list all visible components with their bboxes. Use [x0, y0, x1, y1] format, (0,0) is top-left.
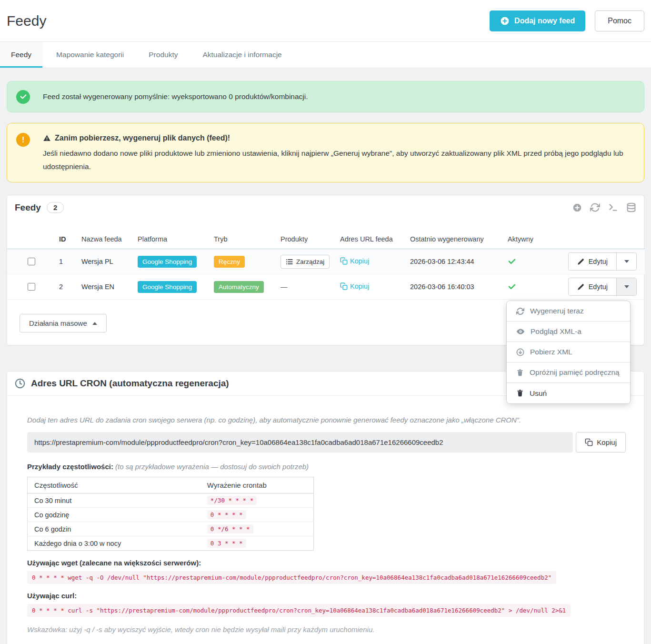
platform-badge: Google Shopping	[138, 281, 197, 293]
column-platform: Platforma	[131, 220, 207, 249]
copy-icon	[585, 438, 593, 446]
warning-title: Zanim pobierzesz, wygeneruj plik danych …	[55, 134, 230, 142]
edit-button[interactable]: Edytuj	[569, 253, 616, 270]
mode-badge: Ręczny	[214, 256, 245, 268]
menu-item-download-xml[interactable]: Pobierz XML	[507, 342, 630, 362]
chevron-down-icon	[624, 285, 629, 288]
copy-icon	[340, 257, 348, 265]
chevron-down-icon	[624, 260, 629, 263]
active-check-icon	[508, 257, 544, 266]
products-empty: —	[280, 283, 288, 291]
column-frequency: Częstotliwość	[28, 477, 200, 493]
curl-command: 0 * * * * curl -s "https://prestapremium…	[27, 604, 571, 617]
menu-item-clear-cache[interactable]: Opróżnij pamięć podręczną	[507, 362, 630, 383]
table-row-feed-1: 1 Wersja PL Google Shopping Ręczny Zarzą…	[7, 249, 645, 274]
frequency-label: Co godzinę	[28, 508, 200, 522]
wget-label: Używając wget (zalecane na większości se…	[27, 559, 626, 567]
menu-item-delete[interactable]: Usuń	[507, 383, 630, 403]
list-icon	[286, 258, 293, 265]
edit-button[interactable]: Edytuj	[569, 278, 616, 295]
feeds-header-row: ID Nazwa feeda Platforma Tryb Produkty A…	[7, 220, 645, 249]
add-feed-button[interactable]: Dodaj nowy feed	[490, 10, 585, 31]
examples-label: Przykłady częstotliwości:	[27, 463, 113, 471]
wget-command: 0 * * * * wget -q -O /dev/null "https://…	[27, 571, 556, 584]
column-id: ID	[52, 220, 75, 249]
menu-item-preview-xml[interactable]: Podgląd XML-a	[507, 322, 630, 342]
success-check-icon	[16, 90, 30, 104]
mode-badge: Automatyczny	[214, 281, 264, 293]
edit-dropdown-toggle[interactable]	[616, 253, 636, 270]
frequency-label: Każdego dnia o 3:00 w nocy	[28, 536, 200, 551]
feeds-panel: Feedy 2	[7, 195, 644, 345]
tab-mapowanie-kategorii[interactable]: Mapowanie kategorii	[45, 42, 135, 68]
generated-timestamp: 2026-03-06 16:40:03	[403, 274, 501, 300]
tab-aktualizacje[interactable]: Aktualizacje i informacje	[191, 42, 292, 68]
frequency-label: Co 30 minut	[28, 493, 200, 508]
edit-dropdown-toggle[interactable]	[616, 278, 636, 295]
page-title: Feedy	[7, 13, 46, 29]
warning-triangle-icon	[43, 134, 51, 142]
bulk-actions-button[interactable]: Działania masowe	[20, 314, 107, 332]
cron-url-row: https://prestapremium-com/module/ppprodu…	[27, 432, 626, 453]
header-actions: Dodaj nowy feed Pomoc	[490, 10, 644, 31]
table-row: Co 30 minut */30 * * * *	[28, 493, 314, 508]
warning-title-row: Zanim pobierzesz, wygeneruj plik danych …	[43, 134, 630, 142]
help-button[interactable]: Pomoc	[595, 10, 644, 31]
cron-url-field[interactable]: https://prestapremium-com/module/ppprodu…	[27, 432, 573, 453]
frequency-label: Co 6 godzin	[28, 522, 200, 536]
cron-panel: Adres URL CRON (automatyczna regeneracja…	[7, 371, 644, 644]
help-label: Pomoc	[608, 17, 631, 25]
pencil-icon	[577, 258, 584, 265]
column-mode: Tryb	[207, 220, 274, 249]
success-alert: Feed został wygenerowany pomyślnie: wyek…	[7, 81, 644, 112]
tabbar: Feedy Mapowanie kategorii Produkty Aktua…	[0, 41, 651, 68]
warning-content: Zanim pobierzesz, wygeneruj plik danych …	[43, 133, 630, 173]
refresh-icon[interactable]	[590, 202, 600, 212]
feeds-panel-tools	[572, 202, 636, 212]
add-icon[interactable]	[572, 203, 582, 212]
terminal-icon[interactable]	[608, 202, 618, 212]
database-icon[interactable]	[626, 202, 636, 212]
row-checkbox[interactable]	[28, 258, 35, 265]
tab-feedy[interactable]: Feedy	[0, 42, 42, 68]
clock-icon	[15, 378, 25, 389]
feed-id: 1	[52, 249, 75, 274]
table-row: Co godzinę 0 * * * *	[28, 508, 314, 522]
page-header: Feedy Dodaj nowy feed Pomoc	[0, 0, 651, 41]
warning-alert: ! Zanim pobierzesz, wygeneruj plik danyc…	[7, 123, 644, 182]
row-actions-dropdown: Wygeneruj teraz Podgląd XML-a Pobierz XM…	[506, 301, 631, 404]
header-checkbox-spacer	[7, 220, 52, 249]
download-icon	[516, 348, 524, 356]
main-content: Feed został wygenerowany pomyślnie: wyek…	[0, 68, 651, 644]
table-row: Każdego dnia o 3:00 w nocy 0 3 * * *	[28, 536, 314, 551]
tab-produkty[interactable]: Produkty	[138, 42, 189, 68]
active-check-icon	[508, 282, 544, 291]
feeds-panel-header: Feedy 2	[7, 195, 644, 220]
copy-feed-url-link[interactable]: Kopiuj	[340, 282, 369, 290]
plus-circle-icon	[500, 16, 510, 26]
column-url: Adres URL feeda	[333, 220, 403, 249]
row-checkbox[interactable]	[28, 283, 35, 291]
menu-item-generate-now[interactable]: Wygeneruj teraz	[507, 301, 630, 322]
table-row-feed-2: 2 Wersja EN Google Shopping Automatyczny…	[7, 274, 645, 300]
platform-badge: Google Shopping	[138, 256, 197, 268]
feed-name: Wersja EN	[75, 274, 131, 300]
examples-row: Przykłady częstotliwości: (to są przykła…	[27, 463, 626, 471]
feeds-table: ID Nazwa feeda Platforma Tryb Produkty A…	[7, 220, 645, 300]
copy-feed-url-link[interactable]: Kopiuj	[340, 257, 369, 265]
frequency-header-row: Częstotliwość Wyrażenie crontab	[28, 477, 314, 493]
feeds-panel-title: Feedy	[15, 202, 41, 213]
manage-products-button[interactable]: Zarządzaj	[280, 255, 330, 269]
crontab-expression: 0 * * * *	[207, 510, 246, 519]
pencil-icon	[577, 283, 584, 291]
cron-hint: Wskazówka: użyj -q / -s aby wyciszyć wyj…	[27, 625, 626, 634]
warning-exclamation-icon: !	[16, 133, 30, 147]
curl-label: Używając curl:	[27, 592, 626, 600]
column-products: Produkty	[274, 220, 333, 249]
add-feed-label: Dodaj nowy feed	[514, 17, 575, 25]
trash-icon	[516, 369, 524, 377]
copy-cron-url-button[interactable]: Kopiuj	[576, 432, 626, 453]
table-row: Co 6 godzin 0 */6 * * *	[28, 522, 314, 536]
cron-panel-title: Adres URL CRON (automatyczna regeneracja…	[31, 378, 229, 389]
cron-panel-body: Dodaj ten adres URL do zadania cron swoj…	[7, 396, 644, 644]
